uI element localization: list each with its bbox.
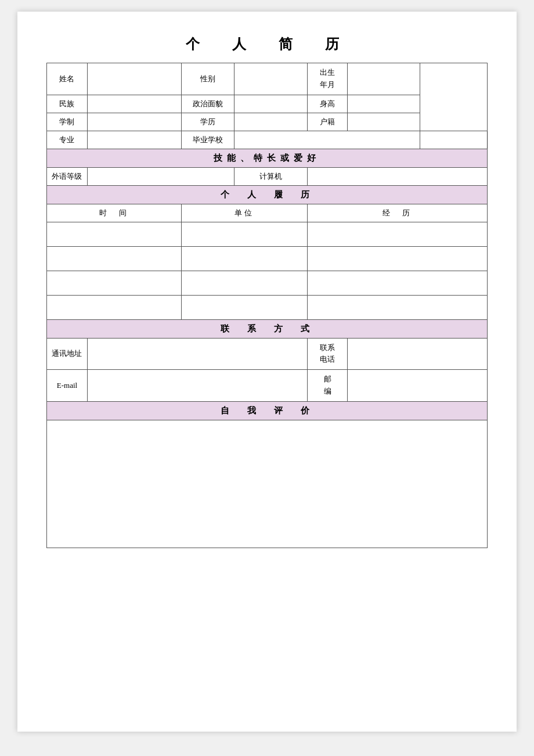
history-row-2	[47, 246, 488, 271]
history-row-1	[47, 222, 488, 246]
label-address: 通讯地址	[47, 338, 88, 370]
label-gender: 性别	[182, 63, 234, 95]
value-postal[interactable]	[348, 370, 488, 402]
label-school: 毕业学校	[182, 131, 234, 149]
value-email[interactable]	[87, 370, 307, 402]
selfeval-header-row: 自 我 评 价	[47, 401, 488, 420]
label-height: 身高	[308, 95, 348, 113]
col-unit: 单位	[182, 204, 308, 222]
label-household: 户籍	[308, 113, 348, 131]
value-school[interactable]	[234, 131, 420, 149]
resume-table: 姓名 性别 出生 年月 民族 政治面貌 身高 学制 学历 户籍	[46, 63, 488, 548]
row-selfeval	[47, 420, 488, 548]
value-birth[interactable]	[348, 63, 420, 95]
label-birth: 出生 年月	[308, 63, 348, 95]
label-ethnicity: 民族	[47, 95, 88, 113]
history-time-2[interactable]	[47, 246, 182, 271]
history-exp-2[interactable]	[308, 246, 488, 271]
label-name: 姓名	[47, 63, 88, 95]
history-unit-1[interactable]	[182, 222, 308, 246]
value-household[interactable]	[348, 113, 420, 131]
history-unit-4[interactable]	[182, 295, 308, 319]
label-edu-level: 学历	[182, 113, 234, 131]
history-row-4	[47, 295, 488, 319]
label-email: E-mail	[47, 370, 88, 402]
col-time: 时 间	[47, 204, 182, 222]
col-exp: 经 历	[308, 204, 488, 222]
value-ethnicity[interactable]	[87, 95, 182, 113]
photo-cell	[420, 63, 488, 131]
experience-header-row: 个 人 履 历	[47, 185, 488, 204]
value-foreign-lang[interactable]	[87, 167, 234, 185]
value-politics[interactable]	[234, 95, 308, 113]
value-edu-level[interactable]	[234, 113, 308, 131]
resume-page: 个 人 简 历 姓名 性别 出生 年月 民族 政治面貌 身高 学制 学历 户籍	[17, 12, 517, 732]
label-major: 专业	[47, 131, 88, 149]
value-major[interactable]	[87, 131, 182, 149]
history-exp-1[interactable]	[308, 222, 488, 246]
history-col-headers: 时 间 单位 经 历	[47, 204, 488, 222]
row-name: 姓名 性别 出生 年月	[47, 63, 488, 95]
label-politics: 政治面貌	[182, 95, 234, 113]
label-foreign-lang: 外语等级	[47, 167, 88, 185]
history-time-3[interactable]	[47, 271, 182, 295]
value-computer[interactable]	[308, 167, 488, 185]
experience-header: 个 人 履 历	[47, 185, 488, 204]
row-skills: 外语等级 计算机	[47, 167, 488, 185]
value-height[interactable]	[348, 95, 420, 113]
value-edu-system[interactable]	[87, 113, 182, 131]
value-address[interactable]	[87, 338, 307, 370]
label-computer: 计算机	[234, 167, 308, 185]
value-name[interactable]	[87, 63, 182, 95]
label-postal: 邮 编	[308, 370, 348, 402]
row-address: 通讯地址 联系 电话	[47, 338, 488, 370]
label-phone: 联系 电话	[308, 338, 348, 370]
history-unit-2[interactable]	[182, 246, 308, 271]
history-row-3	[47, 271, 488, 295]
history-unit-3[interactable]	[182, 271, 308, 295]
row-email: E-mail 邮 编	[47, 370, 488, 402]
skills-header: 技能、特长或爱好	[47, 149, 488, 167]
label-edu-system: 学制	[47, 113, 88, 131]
history-exp-3[interactable]	[308, 271, 488, 295]
contact-header: 联 系 方 式	[47, 319, 488, 338]
value-gender[interactable]	[234, 63, 308, 95]
contact-header-row: 联 系 方 式	[47, 319, 488, 338]
value-phone[interactable]	[348, 338, 488, 370]
history-time-4[interactable]	[47, 295, 182, 319]
row-major: 专业 毕业学校	[47, 131, 488, 149]
page-title: 个 人 简 历	[46, 35, 488, 53]
skills-header-row: 技能、特长或爱好	[47, 149, 488, 167]
value-selfeval[interactable]	[47, 420, 488, 548]
history-exp-4[interactable]	[308, 295, 488, 319]
selfeval-header: 自 我 评 价	[47, 401, 488, 420]
history-time-1[interactable]	[47, 222, 182, 246]
